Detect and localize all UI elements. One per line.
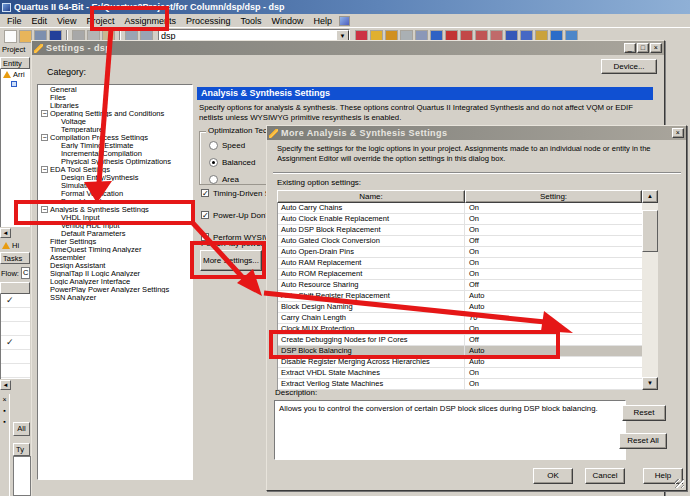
hierarchy-child-item[interactable]: [1, 79, 30, 89]
radio-icon[interactable]: [209, 158, 218, 167]
option-row-auto-open-drain-pins[interactable]: Auto Open-Drain Pins On: [278, 247, 642, 258]
column-header-setting[interactable]: Setting:: [465, 190, 642, 203]
category-item-fitter-settings[interactable]: − Fitter Settings: [38, 237, 192, 245]
close-icon[interactable]: ×: [2, 396, 6, 403]
category-item-design-assistant[interactable]: − Design Assistant: [38, 261, 192, 269]
feedback-icon[interactable]: [339, 16, 350, 26]
option-row-create-debugging-nodes-for-ip-cores[interactable]: Create Debugging Nodes for IP Cores Off: [278, 335, 642, 346]
category-item-verilog-hdl-input[interactable]: − Verilog HDL Input: [38, 221, 192, 229]
device-button[interactable]: Device...: [601, 59, 657, 74]
column-header-name[interactable]: Name:: [277, 190, 465, 203]
category-item-timequest-timing-analyzer[interactable]: − TimeQuest Timing Analyzer: [38, 245, 192, 253]
new-file-icon[interactable]: [4, 30, 17, 43]
radio-icon[interactable]: [209, 141, 218, 150]
scrollbar-thumb[interactable]: [642, 210, 658, 252]
category-item-analysis-synthesis-settings[interactable]: − Analysis & Synthesis Settings: [38, 205, 192, 213]
close-icon[interactable]: ×: [650, 43, 662, 53]
category-item-ssn-analyzer[interactable]: − SSN Analyzer: [38, 293, 192, 301]
category-item-powerplay-power-analyzer-settings[interactable]: − PowerPlay Power Analyzer Settings: [38, 285, 192, 293]
option-row-auto-clock-enable-replacement[interactable]: Auto Clock Enable Replacement On: [278, 214, 642, 225]
option-row-auto-dsp-block-replacement[interactable]: Auto DSP Block Replacement On: [278, 225, 642, 236]
menu-project[interactable]: Project: [81, 15, 119, 27]
more-dialog-titlebar[interactable]: More Analysis & Synthesis Settings ×: [267, 126, 686, 140]
menu-processing[interactable]: Processing: [181, 15, 236, 27]
menu-assignments[interactable]: Assignments: [119, 15, 181, 27]
checkbox-icon[interactable]: [201, 211, 209, 219]
option-row-extract-vhdl-state-machines[interactable]: Extract VHDL State Machines On: [278, 368, 642, 379]
menu-tools[interactable]: Tools: [235, 15, 266, 27]
task-row[interactable]: ✓: [1, 294, 30, 308]
tab-hierarchy[interactable]: Hi: [0, 239, 30, 251]
category-item-formal-verification[interactable]: − Formal Verification: [38, 189, 192, 197]
task-row[interactable]: [1, 308, 30, 322]
category-item-early-timing-estimate[interactable]: − Early Timing Estimate: [38, 141, 192, 149]
category-item-signaltap-ii-logic-analyzer[interactable]: − SignalTap II Logic Analyzer: [38, 269, 192, 277]
pin-icon[interactable]: ▪: [3, 407, 5, 414]
minimize-icon[interactable]: _: [624, 43, 636, 53]
menu-edit[interactable]: Edit: [27, 15, 53, 27]
messages-type-header[interactable]: Ty: [13, 443, 30, 456]
menu-window[interactable]: Window: [266, 15, 308, 27]
ok-button[interactable]: OK: [533, 468, 573, 484]
scroll-down-icon[interactable]: ▼: [642, 377, 658, 390]
tasks-hscrollbar[interactable]: ◄: [0, 379, 30, 390]
category-item-physical-synthesis-optimizations[interactable]: − Physical Synthesis Optimizations: [38, 157, 192, 165]
settings-dialog-titlebar[interactable]: Settings - dsp _ □ ×: [32, 41, 664, 55]
option-row-auto-gated-clock-conversion[interactable]: Auto Gated Clock Conversion Off: [278, 236, 642, 247]
entity-column-header[interactable]: Entity: [0, 57, 30, 69]
task-row[interactable]: [1, 322, 30, 336]
tree-expander-icon[interactable]: −: [41, 134, 48, 141]
option-row-extract-verilog-state-machines[interactable]: Extract Verilog State Machines On: [278, 379, 642, 390]
category-item-vhdl-input[interactable]: − VHDL Input: [38, 213, 192, 221]
category-item-default-parameters[interactable]: − Default Parameters: [38, 229, 192, 237]
reset-all-button[interactable]: Reset All: [619, 433, 667, 449]
category-item-voltage[interactable]: − Voltage: [38, 117, 192, 125]
tasks-column-header[interactable]: [0, 282, 30, 294]
category-item-design-entry-synthesis[interactable]: − Design Entry/Synthesis: [38, 173, 192, 181]
navigator-hscrollbar[interactable]: ◄: [0, 227, 30, 238]
option-row-disable-register-merging-across-hierarchies[interactable]: Disable Register Merging Across Hierarch…: [278, 357, 642, 368]
category-item-compilation-process-settings[interactable]: − Compilation Process Settings: [38, 133, 192, 141]
menu-view[interactable]: View: [52, 15, 81, 27]
tree-expander-icon[interactable]: −: [41, 110, 48, 117]
category-item-temperature[interactable]: − Temperature: [38, 125, 192, 133]
category-item-assembler[interactable]: − Assembler: [38, 253, 192, 261]
category-item-files[interactable]: − Files: [38, 93, 192, 101]
pin-icon[interactable]: ▪: [3, 418, 5, 425]
option-row-auto-ram-replacement[interactable]: Auto RAM Replacement On: [278, 258, 642, 269]
more-settings-button[interactable]: More Settings...: [200, 250, 262, 271]
category-item-incremental-compilation[interactable]: − Incremental Compilation: [38, 149, 192, 157]
table-scrollbar[interactable]: ▲ ▼: [642, 190, 658, 390]
hierarchy-root-item[interactable]: Arri: [1, 69, 30, 79]
flow-combobox[interactable]: C: [21, 267, 30, 279]
category-item-simulation[interactable]: − Simulation: [38, 181, 192, 189]
maximize-icon[interactable]: □: [637, 43, 649, 53]
option-row-auto-rom-replacement[interactable]: Auto ROM Replacement On: [278, 269, 642, 280]
reset-button[interactable]: Reset: [622, 405, 666, 421]
option-row-carry-chain-length[interactable]: Carry Chain Length 70: [278, 313, 642, 324]
tree-expander-icon[interactable]: −: [41, 206, 48, 213]
option-row-block-design-naming[interactable]: Block Design Naming Auto: [278, 302, 642, 313]
category-item-operating-settings-and-conditions[interactable]: − Operating Settings and Conditions: [38, 109, 192, 117]
task-row[interactable]: [1, 364, 30, 378]
option-row-dsp-block-balancing[interactable]: DSP Block Balancing Auto: [278, 346, 642, 357]
option-row-auto-shift-register-replacement[interactable]: Auto Shift Register Replacement Auto: [278, 291, 642, 302]
category-item-libraries[interactable]: − Libraries: [38, 101, 192, 109]
close-icon[interactable]: ×: [672, 128, 684, 138]
menu-help[interactable]: Help: [309, 15, 338, 27]
scroll-left-icon[interactable]: ◄: [0, 380, 11, 390]
checkbox-icon[interactable]: [201, 189, 209, 197]
menu-file[interactable]: File: [2, 15, 27, 27]
cancel-button[interactable]: Cancel: [585, 468, 625, 484]
scroll-left-icon[interactable]: ◄: [0, 228, 11, 238]
task-row[interactable]: [1, 350, 30, 364]
option-row-auto-carry-chains[interactable]: Auto Carry Chains On: [278, 203, 642, 214]
category-item-general[interactable]: − General: [38, 85, 192, 93]
tab-all-messages[interactable]: All: [13, 422, 30, 436]
option-row-clock-mux-protection[interactable]: Clock MUX Protection On: [278, 324, 642, 335]
task-row[interactable]: ✓: [1, 336, 30, 350]
scroll-up-icon[interactable]: ▲: [642, 190, 658, 203]
option-row-auto-resource-sharing[interactable]: Auto Resource Sharing Off: [278, 280, 642, 291]
category-item-logic-analyzer-interface[interactable]: − Logic Analyzer Interface: [38, 277, 192, 285]
resize-grip[interactable]: [675, 479, 684, 488]
